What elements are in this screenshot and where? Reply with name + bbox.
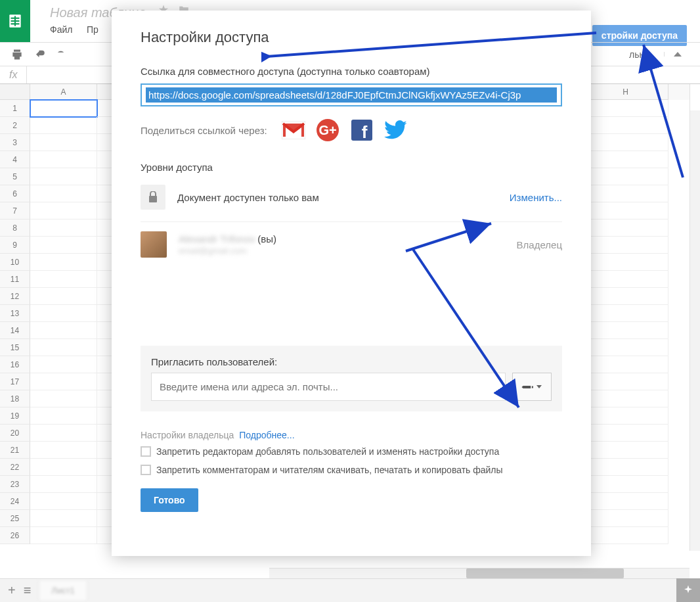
row-header[interactable]: 16 — [0, 356, 30, 373]
facebook-icon[interactable]: f — [350, 118, 374, 142]
menu-file[interactable]: Файл — [50, 24, 72, 35]
row-header[interactable]: 20 — [0, 425, 30, 442]
share-link-input[interactable] — [146, 87, 557, 103]
cell[interactable] — [30, 476, 97, 493]
sheet-tabs: + ≡ Лист1 — [0, 578, 700, 602]
invite-label: Пригласить пользователей: — [151, 356, 552, 367]
sheets-logo — [0, 0, 30, 42]
cell[interactable] — [30, 168, 97, 185]
row-header[interactable]: 7 — [0, 202, 30, 220]
svg-text:f: f — [361, 122, 367, 141]
cell[interactable] — [30, 185, 97, 202]
row-header[interactable]: 25 — [0, 510, 30, 527]
row-header[interactable]: 12 — [0, 288, 30, 305]
cell[interactable] — [30, 493, 97, 510]
row-header[interactable]: 15 — [0, 339, 30, 356]
cell[interactable] — [30, 339, 97, 356]
fx-label: fx — [0, 66, 27, 83]
col-header-h[interactable]: H — [583, 84, 668, 100]
access-private-text: Документ доступен только вам — [177, 192, 510, 203]
cell[interactable] — [30, 220, 97, 237]
cell[interactable] — [30, 390, 97, 407]
done-button[interactable]: Готово — [141, 488, 198, 512]
cell[interactable] — [30, 442, 97, 459]
explore-button[interactable] — [676, 578, 700, 602]
cell[interactable] — [30, 134, 97, 151]
row-header[interactable]: 6 — [0, 185, 30, 202]
access-private-row: Документ доступен только вам Изменить... — [141, 173, 562, 222]
cell[interactable] — [30, 254, 97, 271]
sheet-tab[interactable]: Лист1 — [39, 580, 87, 601]
menu-edit-partial[interactable]: Пр — [87, 24, 98, 35]
cell[interactable] — [30, 305, 97, 322]
row-header[interactable]: 19 — [0, 407, 30, 425]
owner-settings-label: Настройки владельца — [141, 430, 234, 440]
cell[interactable] — [30, 459, 97, 476]
all-sheets-icon[interactable]: ≡ — [24, 583, 32, 598]
row-header[interactable]: 2 — [0, 117, 30, 134]
cell[interactable] — [30, 100, 97, 117]
permission-dropdown[interactable] — [512, 373, 552, 401]
row-header[interactable]: 24 — [0, 493, 30, 510]
row-header[interactable]: 9 — [0, 237, 30, 254]
row-header[interactable]: 21 — [0, 442, 30, 459]
share-link-label: Ссылка для совместного доступа (доступна… — [141, 66, 562, 77]
cell[interactable] — [30, 237, 97, 254]
cell[interactable] — [30, 510, 97, 527]
share-via-label: Поделиться ссылкой через: — [141, 125, 267, 136]
checkbox-restrict-editors[interactable] — [141, 446, 151, 457]
row-header[interactable]: 23 — [0, 476, 30, 493]
learn-more-link[interactable]: Подробнее... — [239, 430, 294, 440]
svg-rect-10 — [149, 196, 157, 202]
cell[interactable] — [30, 151, 97, 168]
cell[interactable] — [30, 373, 97, 390]
svg-rect-4 — [14, 16, 16, 26]
change-access-link[interactable]: Изменить... — [510, 192, 562, 203]
invite-section: Пригласить пользователей: — [141, 346, 562, 411]
col-header-a[interactable]: A — [30, 84, 97, 100]
checkbox-restrict-download[interactable] — [141, 465, 151, 475]
scrollbar-vertical[interactable] — [689, 84, 700, 551]
row-header[interactable]: 14 — [0, 322, 30, 339]
row-header[interactable]: 13 — [0, 305, 30, 322]
row-header[interactable]: 8 — [0, 220, 30, 237]
row-header[interactable]: 17 — [0, 373, 30, 390]
row-header[interactable]: 4 — [0, 151, 30, 168]
share-dialog: Настройки доступа Ссылка для совместного… — [112, 11, 591, 556]
row-header[interactable]: 1 — [0, 100, 30, 117]
owner-row: Alexandr Trifonov (вы) email@gmail.com В… — [141, 222, 562, 267]
svg-text:G+: G+ — [318, 123, 336, 137]
checkbox-restrict-download-label: Запретить комментаторам и читателям скач… — [156, 464, 503, 477]
googleplus-icon[interactable]: G+ — [316, 118, 339, 142]
cell[interactable] — [30, 527, 97, 544]
chevron-up-icon[interactable] — [674, 52, 682, 57]
row-header[interactable]: 10 — [0, 254, 30, 271]
add-sheet-icon[interactable]: + — [8, 583, 16, 598]
redo-partial[interactable] — [58, 48, 64, 61]
print-icon[interactable] — [11, 48, 24, 61]
cell[interactable] — [30, 202, 97, 220]
row-header[interactable]: 18 — [0, 390, 30, 407]
cell[interactable] — [30, 117, 97, 134]
scrollbar-horizontal[interactable] — [269, 568, 689, 578]
twitter-icon[interactable] — [384, 118, 408, 142]
access-levels-title: Уровни доступа — [141, 162, 562, 173]
cell[interactable] — [30, 288, 97, 305]
row-header[interactable]: 5 — [0, 168, 30, 185]
gmail-icon[interactable] — [282, 118, 305, 142]
undo-icon[interactable] — [34, 48, 47, 61]
lock-icon — [141, 185, 165, 210]
toolbar-right-text[interactable]: льно — [629, 49, 649, 60]
avatar — [141, 231, 167, 258]
row-header[interactable]: 26 — [0, 527, 30, 544]
cell[interactable] — [30, 407, 97, 425]
row-header[interactable]: 3 — [0, 134, 30, 151]
cell[interactable] — [30, 356, 97, 373]
row-header[interactable]: 22 — [0, 459, 30, 476]
owner-role: Владелец — [517, 239, 562, 250]
cell[interactable] — [30, 425, 97, 442]
cell[interactable] — [30, 322, 97, 339]
cell[interactable] — [30, 271, 97, 288]
row-header[interactable]: 11 — [0, 271, 30, 288]
invite-input[interactable] — [151, 373, 506, 401]
